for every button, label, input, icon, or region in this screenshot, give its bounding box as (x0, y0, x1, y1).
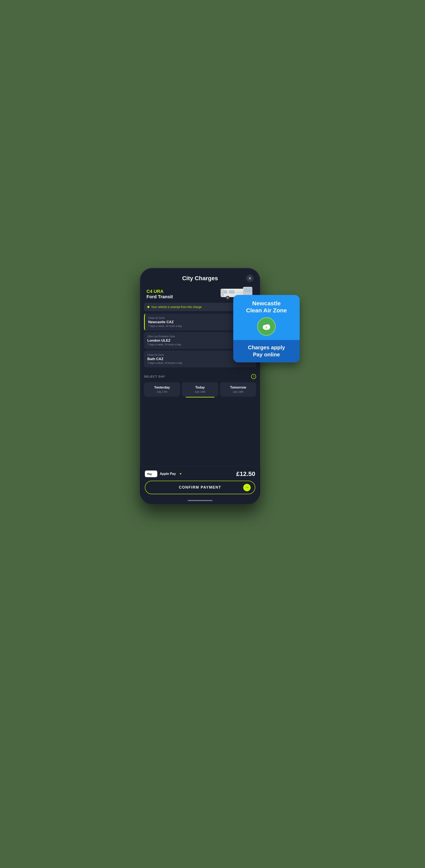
apple-pay-logo: Pay (147, 472, 155, 476)
charge-zone-name-2: London ULEZ (148, 339, 239, 343)
payment-amount: £12.50 (236, 470, 255, 477)
info-card-bottom: Charges applyPay online (233, 340, 300, 362)
vehicle-model: Ford Transit (146, 294, 173, 300)
select-day-label: SELECT DAY (144, 375, 165, 378)
info-card-icon-wrap: c (257, 317, 276, 336)
info-card-charges-label: Charges applyPay online (237, 344, 295, 358)
day-buttons: Yesterday July 17th Today July 18th Tomo… (144, 382, 256, 397)
info-card-top: NewcastleClean Air Zone c (233, 295, 300, 340)
svg-rect-5 (221, 289, 224, 297)
svg-text:Pay: Pay (148, 473, 152, 475)
payment-dropdown-arrow[interactable]: ▼ (179, 472, 182, 475)
charge-zone-type-1: Clean Air Zone (148, 316, 239, 319)
day-button-today[interactable]: Today July 18th (182, 382, 218, 397)
charge-schedule-1: 7 days a week, 24 hours a day (148, 324, 239, 328)
home-bar (188, 500, 212, 501)
charge-zone-name-3: Bath CAZ (148, 357, 241, 361)
confirm-arrow-icon: → (243, 484, 251, 491)
close-button[interactable]: × (246, 275, 254, 282)
payment-row: Pay Apple Pay ▼ £12.50 (145, 470, 255, 477)
svg-rect-10 (221, 292, 243, 293)
day-button-tomorrow[interactable]: Tomorrow July 19th (220, 382, 256, 397)
svg-rect-4 (229, 290, 235, 293)
info-card: NewcastleClean Air Zone c Charges applyP… (233, 295, 300, 362)
modal-title: City Charges (154, 275, 246, 282)
charge-schedule-2: 7 days a week, 24 hours a day (148, 343, 239, 346)
svg-marker-2 (244, 288, 252, 293)
day-button-yesterday[interactable]: Yesterday July 17th (144, 382, 180, 397)
exempt-indicator (148, 306, 150, 308)
confirm-payment-label: CONFIRM PAYMENT (179, 485, 221, 490)
charge-zone-name-1: Newcastle CAZ (148, 320, 239, 324)
select-day-section: SELECT DAY ? Yesterday July 17th Today J… (140, 370, 260, 399)
payment-method-row: Pay Apple Pay ▼ (145, 470, 182, 477)
charge-zone-type-3: Clean Air Zone (148, 353, 241, 356)
exempt-text: Your vehicle is exempt from this charge (151, 305, 202, 309)
payment-method-label: Apple Pay (160, 472, 176, 476)
vehicle-plate: C4 URA (146, 289, 173, 294)
svg-point-7 (227, 297, 229, 299)
clean-air-zone-icon: c (261, 321, 272, 332)
home-indicator (140, 496, 260, 504)
help-icon[interactable]: ? (251, 374, 256, 379)
info-card-title: NewcastleClean Air Zone (237, 300, 295, 314)
charge-schedule-3: 7 days a week, 24 hourss a day (148, 362, 241, 365)
svg-text:c: c (266, 326, 267, 329)
payment-section: Pay Apple Pay ▼ £12.50 CONFIRM PAYMENT → (140, 466, 260, 496)
modal-header: City Charges × (140, 268, 260, 286)
apple-pay-badge: Pay (145, 470, 157, 477)
charge-zone-type-2: Ultra Low Emission Zone (148, 335, 239, 338)
confirm-payment-button[interactable]: CONFIRM PAYMENT → (145, 481, 255, 494)
